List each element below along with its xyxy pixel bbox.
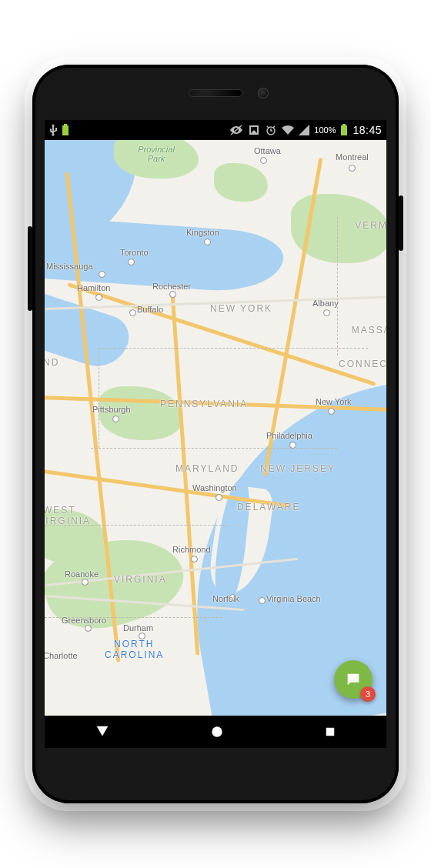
- city-pittsburgh: Pittsburgh: [92, 405, 131, 414]
- forest-2: [214, 163, 268, 202]
- signal-icon: [299, 125, 309, 135]
- city-charlotte: Charlotte: [45, 651, 78, 660]
- city-durham-dot: [139, 633, 145, 639]
- chat-fab[interactable]: 3: [334, 660, 373, 699]
- city-durham: Durham: [123, 623, 153, 633]
- city-greensboro-dot: [85, 625, 92, 632]
- city-richmond-dot: [191, 556, 198, 563]
- nav-home-icon[interactable]: [209, 724, 225, 739]
- city-toronto: Toronto: [120, 248, 149, 257]
- state-va: VIRGINIA: [114, 574, 167, 585]
- city-richmond: Richmond: [172, 545, 211, 554]
- map-view[interactable]: Provincial Park NEW YORK PENNSYLVANIA MA…: [45, 140, 386, 716]
- device-mockup: 100% 18:45: [0, 0, 431, 868]
- state-wv-1: WEST: [45, 505, 76, 516]
- city-vb-dot: [259, 597, 266, 604]
- state-pa: PENNSYLVANIA: [160, 399, 248, 409]
- city-rochester: Rochester: [152, 282, 191, 291]
- svg-point-1: [212, 726, 222, 736]
- state-nc-1: NORTH: [114, 639, 154, 649]
- city-roanoke-dot: [82, 579, 89, 586]
- state-ct: CONNEC: [339, 359, 386, 369]
- screen: 100% 18:45: [45, 120, 386, 748]
- state-nd: ND: [45, 357, 59, 368]
- city-montreal-dot: [349, 165, 356, 172]
- status-bar: 100% 18:45: [45, 120, 386, 140]
- city-albany: Albany: [312, 299, 339, 308]
- eye-off-icon: [229, 125, 243, 135]
- state-ny: NEW YORK: [210, 303, 272, 314]
- city-montreal: Montreal: [336, 152, 369, 162]
- nav-back-icon[interactable]: [94, 723, 111, 740]
- nfc-icon: [248, 124, 260, 136]
- city-philly: Philadelphia: [266, 431, 312, 440]
- volume-button[interactable]: [28, 226, 32, 311]
- fab-badge: 3: [360, 686, 376, 702]
- city-roanoke: Roanoke: [65, 569, 99, 579]
- city-kingston-dot: [204, 239, 211, 245]
- park-label: Provincial Park: [129, 145, 183, 163]
- alarm-icon: [265, 124, 277, 136]
- city-greensboro: Greensboro: [62, 616, 106, 625]
- city-toronto-dot: [128, 259, 135, 265]
- phone-frame: 100% 18:45: [32, 65, 399, 803]
- city-pittsburgh-dot: [112, 416, 119, 422]
- city-philly-dot: [289, 442, 296, 449]
- state-vt: VERM: [355, 220, 386, 231]
- city-buffalo: Buffalo: [137, 305, 163, 314]
- front-camera: [258, 88, 269, 98]
- city-washington-dot: [216, 494, 222, 501]
- city-mississauga: Mississauga: [46, 262, 93, 271]
- city-mississauga-dot: [99, 271, 105, 278]
- nav-recent-icon[interactable]: [323, 725, 337, 739]
- battery-pct: 100%: [314, 125, 336, 135]
- power-button[interactable]: [399, 195, 403, 251]
- state-md: MARYLAND: [175, 463, 239, 474]
- svg-rect-2: [326, 728, 335, 736]
- city-ottawa: Ottawa: [254, 146, 281, 155]
- clock: 18:45: [352, 124, 382, 136]
- usb-icon: [49, 124, 57, 136]
- state-ma: MASS/: [352, 325, 386, 336]
- city-hamilton: Hamilton: [77, 283, 110, 292]
- city-kingston: Kingston: [186, 228, 219, 237]
- city-vb: Virginia Beach: [266, 594, 321, 603]
- city-ottawa-dot: [260, 157, 267, 164]
- state-de: DELAWARE: [237, 502, 300, 512]
- city-rochester-dot: [169, 291, 176, 298]
- state-nj: NEW JERSEY: [260, 463, 336, 474]
- city-newyork-dot: [328, 408, 335, 415]
- state-wv-2: /IRGINIA: [45, 516, 91, 526]
- city-albany-dot: [323, 309, 330, 316]
- battery-mini-icon: [62, 124, 69, 136]
- city-buffalo-dot: [129, 309, 136, 316]
- city-washington: Washington: [192, 483, 237, 492]
- city-hamilton-dot: [95, 294, 102, 301]
- speaker-grill: [189, 89, 242, 97]
- city-newyork: New York: [316, 397, 351, 406]
- state-nc-2: CAROLINA: [105, 649, 164, 660]
- android-nav-bar: [45, 716, 386, 748]
- city-norfolk: Norfolk: [212, 594, 239, 603]
- wifi-icon: [282, 125, 294, 135]
- battery-full-icon: [340, 124, 348, 136]
- chat-icon: [345, 671, 362, 688]
